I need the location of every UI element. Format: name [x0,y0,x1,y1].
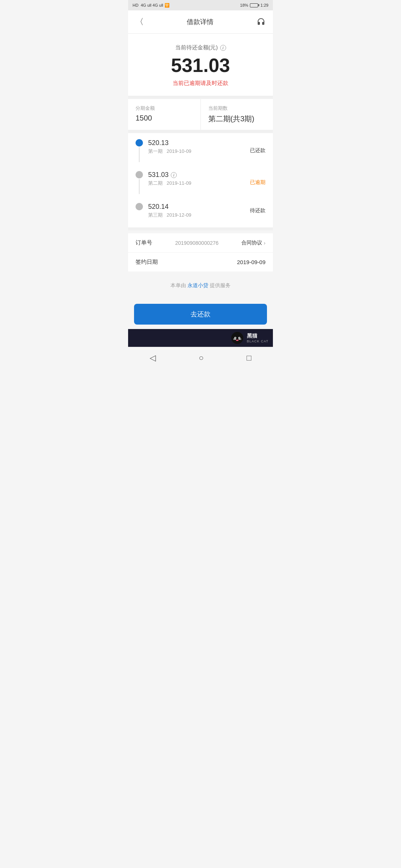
pay-button-wrap: 去还款 [128,299,273,329]
status-left-text: HD 4G ull 4G ull 🛜 [133,3,170,8]
timeline-content-2: 531.03 i 第二期 2019-11-09 [148,171,250,187]
order-number-row: 订单号 201909080000276 合同协议 › [128,233,273,253]
pay-button[interactable]: 去还款 [134,304,267,325]
timeline-dot-1 [136,139,143,147]
info-cell-amount-value: 1500 [136,114,193,122]
headset-button[interactable] [255,16,267,28]
svg-point-6 [239,338,240,339]
overdue-notice: 当前已逾期请及时还款 [136,80,265,87]
timeline-amount-2: 531.03 i [148,171,250,179]
timeline-dot-wrap-3 [136,203,143,210]
battery-percent: 18% [240,3,248,7]
timeline-dot-wrap-1 [136,139,143,162]
info-cell-amount-label: 分期金额 [136,105,193,112]
info-row: 分期金额 1500 当前期数 第二期(共3期) [128,99,273,130]
timeline-dot-wrap-2 [136,171,143,194]
nav-bar: ◁ ○ □ [128,347,273,369]
svg-point-7 [236,340,238,341]
timeline-item-3: 520.14 第三期 2019-12-09 待还款 [136,203,265,218]
contract-label: 合同协议 [241,240,262,246]
status-right: 18% 1:29 [240,3,268,7]
status-bar: HD 4G ull 4G ull 🛜 18% 1:29 [128,0,273,10]
timeline-line-2 [139,179,140,194]
blackcat-en-text: BLACK CAT [247,339,268,343]
order-section: 订单号 201909080000276 合同协议 › 签约日期 2019-09-… [128,233,273,272]
amount-value: 531.03 [136,55,265,76]
service-note: 本单由 永道小贷 提供服务 [128,272,273,299]
timeline-item-1: 520.13 第一期 2019-10-09 已还款 [136,139,265,162]
blackcat-footer: 黑猫 BLACK CAT [128,329,273,347]
battery-icon [250,3,259,7]
service-text: 本单由 永道小贷 提供服务 [170,282,231,288]
service-provider: 永道小贷 [188,282,208,288]
status-left: HD 4G ull 4G ull 🛜 [133,3,170,8]
timeline-item-2: 531.03 i 第二期 2019-11-09 已逾期 [136,171,265,194]
amount-info-icon[interactable]: i [220,45,226,51]
nav-back-button[interactable]: ◁ [142,351,163,365]
divider-3 [128,227,273,230]
back-button[interactable]: 〈 [134,15,145,29]
timeline-amount-1: 520.13 [148,139,250,147]
order-number-value: 201909080000276 [175,240,219,246]
timeline-section: 520.13 第一期 2019-10-09 已还款 531.03 i 第二期 2… [128,133,273,227]
divider-1 [128,96,273,99]
timeline-status-2: 已逾期 [250,179,265,186]
timeline-date-1: 第一期 2019-10-09 [148,148,250,155]
blackcat-cat-icon [231,331,244,345]
order-number-label: 订单号 [136,239,152,246]
time-display: 1:29 [261,3,268,7]
timeline-dot-3 [136,203,143,210]
timeline-date-2: 第二期 2019-11-09 [148,180,250,187]
sign-date-row: 签约日期 2019-09-09 [128,253,273,272]
timeline-content-1: 520.13 第一期 2019-10-09 [148,139,250,155]
timeline-date-3: 第三期 2019-12-09 [148,212,250,218]
timeline-line-1 [139,147,140,162]
chevron-right-icon: › [264,240,265,246]
info-cell-period-label: 当前期数 [208,105,266,112]
page-title: 借款详情 [187,17,213,26]
timeline-amount-3: 520.14 [148,203,250,211]
info-cell-period: 当前期数 第二期(共3期) [201,99,273,130]
nav-recents-button[interactable]: □ [239,351,259,365]
timeline-status-3: 待还款 [250,207,265,214]
divider-2 [128,130,273,133]
sign-date-label: 签约日期 [136,259,158,266]
blackcat-cn-text: 黑猫 [247,333,268,339]
amount-section: 当前待还金额(元) i 531.03 当前已逾期请及时还款 [128,34,273,96]
header: 〈 借款详情 [128,10,273,34]
info-cell-amount: 分期金额 1500 [128,99,201,130]
timeline-status-1: 已还款 [250,147,265,154]
timeline-content-3: 520.14 第三期 2019-12-09 [148,203,250,218]
svg-point-5 [235,338,236,339]
nav-home-button[interactable]: ○ [191,351,211,365]
info-cell-period-value: 第二期(共3期) [208,114,266,124]
timeline-dot-2 [136,171,143,178]
amount-label: 当前待还金额(元) i [136,44,265,51]
timeline-info-icon-2[interactable]: i [171,172,177,178]
sign-date-value: 2019-09-09 [237,259,265,265]
blackcat-text-wrap: 黑猫 BLACK CAT [247,333,268,343]
contract-link[interactable]: 合同协议 › [241,240,265,246]
